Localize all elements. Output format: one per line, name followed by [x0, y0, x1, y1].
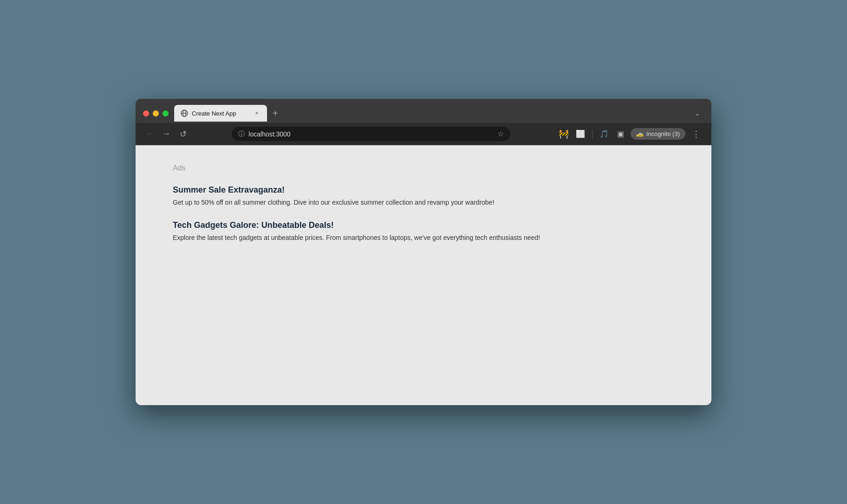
reload-button[interactable]: ↺: [176, 128, 189, 141]
tab-bar: Create Next App × + ⌄: [174, 105, 704, 122]
toolbar-icons: 🚧 ⬜ 🎵 ▣ 🚕 Incognito (3) ⋮: [557, 127, 704, 141]
media-button[interactable]: 🎵: [597, 127, 611, 141]
ads-label: Ads: [173, 164, 674, 172]
sidebar-button[interactable]: ▣: [614, 127, 628, 141]
tab-title: Create Next App: [192, 110, 249, 117]
media-icon: 🎵: [599, 129, 609, 138]
bookmark-icon[interactable]: ☆: [497, 129, 504, 138]
new-tab-button[interactable]: +: [269, 107, 282, 120]
address-bar: ← → ↺ ⓘ ☆ 🚧 ⬜ 🎵 ▣: [136, 123, 711, 145]
title-bar: Create Next App × + ⌄: [136, 99, 711, 123]
page-content: Ads Summer Sale Extravaganza! Get up to …: [136, 145, 711, 405]
divider: [592, 129, 593, 139]
incognito-label: Incognito (3): [646, 130, 680, 137]
ad-description-1: Get up to 50% off on all summer clothing…: [173, 198, 674, 207]
minimize-button[interactable]: [153, 110, 159, 116]
more-menu-button[interactable]: ⋮: [688, 127, 704, 141]
ad-title-2: Tech Gadgets Galore: Unbeatable Deals!: [173, 220, 674, 230]
cone-button[interactable]: 🚧: [557, 127, 571, 141]
maximize-button[interactable]: [163, 110, 169, 116]
incognito-icon: 🚕: [636, 130, 644, 137]
browser-window: Create Next App × + ⌄ ← → ↺ ⓘ ☆ 🚧 ⬜: [136, 99, 711, 405]
incognito-button[interactable]: 🚕 Incognito (3): [631, 128, 685, 140]
ad-title-1: Summer Sale Extravaganza!: [173, 185, 674, 195]
close-button[interactable]: [143, 110, 149, 116]
more-icon: ⋮: [692, 129, 700, 139]
tab-close-button[interactable]: ×: [253, 110, 261, 117]
cone-icon: 🚧: [559, 129, 569, 139]
puzzle-icon: ⬜: [576, 129, 585, 138]
extensions-button[interactable]: ⬜: [573, 127, 587, 141]
sidebar-icon: ▣: [617, 129, 624, 138]
tab-expand-button[interactable]: ⌄: [691, 108, 704, 119]
reload-icon: ↺: [180, 129, 187, 139]
address-bar-input-wrap[interactable]: ⓘ ☆: [232, 127, 510, 141]
ad-item-2: Tech Gadgets Galore: Unbeatable Deals! E…: [173, 220, 674, 243]
ad-description-2: Explore the latest tech gadgets at unbea…: [173, 233, 674, 243]
address-input[interactable]: [248, 130, 494, 138]
window-controls: [143, 110, 169, 116]
globe-icon: [181, 110, 188, 117]
ad-item-1: Summer Sale Extravaganza! Get up to 50% …: [173, 185, 674, 207]
back-icon: ←: [145, 129, 154, 139]
active-tab[interactable]: Create Next App ×: [174, 105, 267, 122]
forward-button[interactable]: →: [160, 128, 173, 141]
info-icon: ⓘ: [238, 130, 245, 138]
back-button[interactable]: ←: [143, 128, 156, 141]
forward-icon: →: [162, 129, 170, 139]
